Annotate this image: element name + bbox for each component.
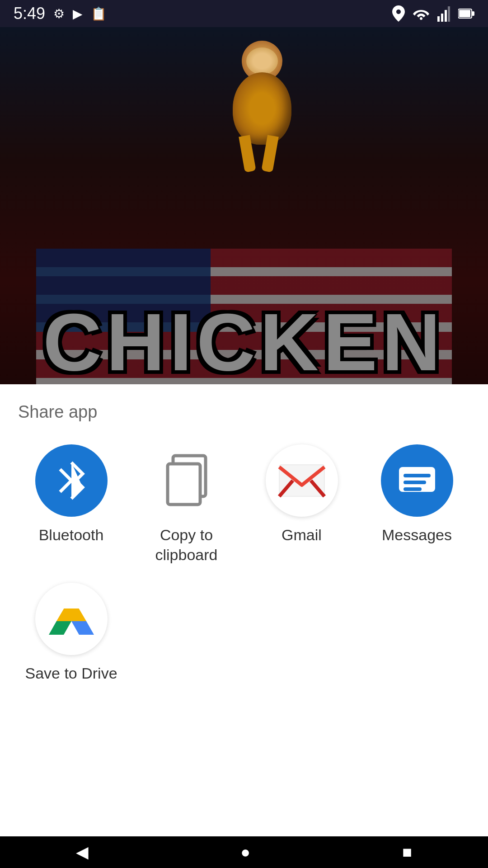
status-right [392, 5, 474, 22]
clipboard-icon: 📋 [91, 6, 107, 21]
svg-rect-2 [445, 10, 447, 22]
svg-line-7 [60, 469, 71, 481]
share-grid-row2: Save to Drive [0, 574, 488, 692]
drive-icon-circle [35, 583, 108, 655]
share-item-gmail[interactable]: Gmail [249, 444, 355, 565]
chicken-body [233, 72, 291, 145]
svg-rect-1 [441, 14, 443, 22]
play-protect-icon: ▶ [73, 6, 83, 21]
share-item-bluetooth[interactable]: Bluetooth [18, 444, 124, 565]
svg-marker-18 [49, 621, 71, 635]
gmail-icon-circle [266, 444, 338, 517]
svg-rect-15 [404, 474, 431, 477]
status-left: 5:49 ⚙ ▶ 📋 [14, 4, 107, 23]
bottom-nav: ◀ ● ■ [0, 836, 488, 868]
share-item-copy[interactable]: Copy to clipboard [133, 444, 239, 565]
svg-rect-0 [437, 16, 440, 22]
copy-svg [160, 451, 214, 510]
recent-button[interactable]: ■ [402, 843, 412, 862]
share-sheet: Share app Bluetooth [0, 384, 488, 836]
svg-rect-16 [404, 481, 426, 484]
home-button[interactable]: ● [240, 843, 250, 862]
status-time: 5:49 [14, 4, 45, 23]
signal-icon [437, 5, 450, 22]
share-title: Share app [0, 384, 488, 435]
chicken-figure [217, 27, 307, 181]
drive-label: Save to Drive [25, 663, 117, 683]
svg-rect-6 [472, 11, 474, 16]
app-name-text: CHICKEN [43, 295, 445, 389]
location-icon [392, 5, 405, 22]
status-bar: 5:49 ⚙ ▶ 📋 [0, 0, 488, 27]
svg-rect-3 [448, 6, 450, 22]
back-button[interactable]: ◀ [76, 843, 89, 862]
drive-svg [47, 596, 96, 642]
messages-icon-circle [381, 444, 453, 517]
copy-label: Copy to clipboard [133, 525, 239, 565]
svg-line-8 [60, 481, 71, 492]
share-item-messages[interactable]: Messages [364, 444, 470, 565]
wifi-icon [413, 7, 429, 20]
svg-marker-19 [71, 621, 94, 635]
svg-rect-10 [168, 464, 200, 505]
battery-icon [458, 7, 474, 20]
svg-rect-17 [404, 487, 422, 491]
chicken-face [246, 47, 278, 75]
settings-icon: ⚙ [53, 6, 65, 21]
copy-icon-circle [150, 444, 223, 517]
gmail-label: Gmail [282, 525, 322, 545]
share-grid-row1: Bluetooth Copy to clipboard [0, 435, 488, 574]
messages-label: Messages [382, 525, 452, 545]
svg-rect-5 [459, 10, 470, 17]
bluetooth-label: Bluetooth [39, 525, 104, 545]
bluetooth-icon-circle [35, 444, 108, 517]
messages-svg [394, 458, 440, 503]
gmail-svg [277, 460, 327, 501]
app-background: CHICKEN [0, 0, 488, 402]
share-item-drive[interactable]: Save to Drive [18, 583, 124, 683]
svg-rect-11 [279, 465, 324, 496]
bluetooth-svg [53, 458, 89, 503]
